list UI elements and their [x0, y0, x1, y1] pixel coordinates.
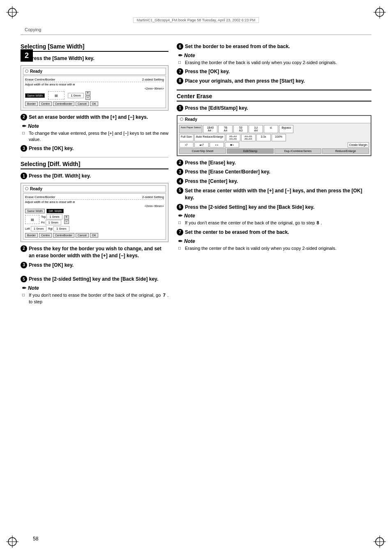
value-display: 1 0mm	[68, 93, 83, 98]
border-btn[interactable]: Border	[25, 102, 38, 106]
ce-note-item-6: If you don't erase the center of the bac…	[178, 220, 371, 226]
diff-width-section: Selecting [Diff. Width] 1 Press the [Dif…	[21, 161, 168, 305]
ls-auto-reduce: Auto Reduce/Enlarge	[194, 134, 225, 141]
same-width-section: Selecting [Same Width] 1 Press the [Same…	[21, 43, 168, 152]
diff-ready-label: Ready	[30, 187, 42, 191]
ready-label: Ready	[30, 69, 42, 74]
ce-step3-text: Press the [Erase Center/Border] key.	[185, 169, 270, 175]
ls-cell-1b40: 1B40A4 :	[203, 125, 217, 133]
ce-step6-text: Press the [2-sided Setting] key and the …	[185, 204, 314, 211]
plus-minus-ctrl: + −	[85, 91, 90, 100]
ls-33x: 3.3x	[256, 134, 271, 141]
ls-icon2: ●▪7	[194, 142, 209, 148]
diff-adjust-text: Adjust width of the area to erase with	[25, 201, 72, 203]
large-ready-icon	[180, 118, 183, 121]
left-column: Selecting [Same Width] 1 Press the [Same…	[21, 43, 168, 307]
screen-body-same: Erase Centre/Border 2-sided Setting Adju…	[23, 76, 166, 108]
range-text: <2mm~99mm>	[25, 87, 164, 90]
diff-left-right-row: Left 1 0mm Rgt 1 0mm	[25, 226, 164, 231]
ls-cell-1u: 1UA4	[249, 125, 263, 133]
diff-same-btn[interactable]: Same Width	[25, 209, 45, 213]
ls-cell-7b: ?BA4	[218, 125, 233, 133]
ce-step5-text: Set the erase center width with the [+] …	[185, 187, 371, 201]
file-path-header: MartiniC1_GBcopy4_FM.book Page 58 Tuesda…	[21, 16, 371, 23]
left-label-text: Left	[25, 227, 30, 230]
ce-step-num-6: 6	[177, 204, 183, 210]
right-step8: 8 Place your originals, and then press t…	[177, 78, 371, 85]
diff-step3-text: Press the [OK] key.	[29, 262, 74, 269]
minus-btn[interactable]: −	[85, 96, 90, 100]
diff-step-num-1: 1	[21, 173, 27, 179]
screen-ready-header: Ready	[23, 68, 166, 75]
ls-row3: ▪7 ●▪7 ▪·▪ ■·▪ Create Margin	[179, 142, 369, 148]
right-step6: 6 Set the border to be erased from of th…	[177, 43, 371, 50]
center-erase-title: Center Erase	[177, 93, 371, 102]
page-container: MartiniC1_GBcopy4_FM.book Page 58 Tuesda…	[0, 0, 392, 554]
ce-step-num-2: 2	[177, 159, 183, 166]
ok-btn[interactable]: OK	[90, 102, 98, 106]
ce-step2-text: Press the [Erase] key.	[185, 159, 236, 166]
ce-step1-text: Press the [Edit/Stamp] key.	[185, 105, 248, 112]
ls-reduce-enlarge: Reduce/Enlarge	[322, 148, 369, 154]
diff-step1-text: Press the [Diff. Width] key.	[29, 173, 91, 180]
corner-mark-tl	[6, 6, 18, 18]
ls-icon3: ▪·▪	[210, 142, 224, 148]
center-erase-hr	[177, 90, 371, 90]
diff-centre-btn[interactable]: Centre	[39, 233, 52, 238]
diff-ok-btn[interactable]: OK	[90, 233, 98, 238]
ce-step-num-7: 7	[177, 229, 183, 235]
subsection-sep-1	[21, 157, 168, 157]
same-width-screen: Ready Erase Centre/Border 2-sided Settin…	[21, 65, 168, 111]
shared-step5-text: Press the [2-sided Setting] key and the …	[29, 276, 158, 283]
ce-step6: 6 Press the [2-sided Setting] key and th…	[177, 204, 371, 211]
diff-cancel-btn[interactable]: Cancel	[76, 233, 89, 238]
ls-cell-bypass: Bypass	[279, 125, 293, 133]
diff-plus-minus: + −	[64, 215, 69, 224]
diff-step-num-3: 3	[21, 262, 27, 268]
same-width-step2: 2 Set an erase border width with the [+]…	[21, 114, 168, 121]
cancel-btn[interactable]: Cancel	[76, 102, 89, 106]
note-item-5: If you don't need to erase the border of…	[22, 292, 168, 305]
ls-row2: Full Size Auto Reduce/Enlarge A5+A4A4+A5…	[179, 134, 369, 141]
ce-step4-text: Press the [Center] key.	[185, 178, 238, 185]
step1-text: Press the [Same Width] key.	[29, 55, 95, 62]
ce-note-label-6: Note	[178, 213, 371, 219]
section-label: Copying	[25, 26, 371, 33]
ls-icons-row: ▪7 ●▪7 ▪·▪ ■·▪	[179, 142, 347, 148]
diff-border-btn[interactable]: Border	[25, 233, 38, 238]
same-width-step1: 1 Press the [Same Width] key.	[21, 55, 168, 62]
ce-step5: 5 Set the erase center width with the [+…	[177, 187, 371, 201]
diff-ready-icon	[25, 187, 28, 190]
ce-step1: 1 Press the [Edit/Stamp] key.	[177, 105, 371, 112]
ls-cell-d: d.	[264, 125, 278, 133]
large-screen-mockup: Ready Auto Paper Select 1B40A4 : ?BA4 53…	[177, 115, 371, 156]
same-width-title: Selecting [Same Width]	[21, 43, 168, 52]
ls-cover-slip: Cover/Slip Sheet	[179, 148, 226, 154]
diff-screen-body: Erase Centre/Border 2-sided Setting Adju…	[23, 193, 166, 240]
ce-step2: 2 Press the [Erase] key.	[177, 159, 371, 166]
right-step7: 7 Press the [OK] key.	[177, 68, 371, 75]
ls-cell-53: 53A3	[233, 125, 248, 133]
right-step7-text: Press the [OK] key.	[185, 68, 230, 75]
erase-label: Erase Centre/Border	[25, 78, 55, 81]
frt-label: Frt	[41, 221, 45, 224]
note-item-1: To change the value entered, press the […	[22, 130, 168, 143]
diff-step-num-2: 2	[21, 245, 27, 252]
diff-centre-border-btn[interactable]: CentreBorder	[53, 233, 74, 238]
note-item-r6: Erasing the border of the back is valid …	[178, 60, 371, 66]
step-num-2: 2	[21, 114, 27, 120]
centre-btn[interactable]: Centre	[39, 102, 52, 106]
diff-plus-btn[interactable]: +	[64, 215, 69, 219]
diff-minus-btn[interactable]: −	[64, 220, 69, 224]
diff-input-area: ▤ Top 1 0mm Frt 1 0mm	[25, 214, 164, 225]
plus-btn[interactable]: +	[85, 91, 90, 95]
right-note6: Note Erasing the border of the back is v…	[177, 53, 371, 66]
corner-mark-br	[374, 536, 386, 548]
top-value: 1 0mm	[46, 214, 62, 219]
diff-bottom-btns: Border Centre CentreBorder Cancel OK	[25, 233, 164, 238]
ls-dup-combine: Dup./Combine/Series	[274, 148, 321, 154]
diff-diff-btn[interactable]: Diff. Width	[46, 209, 64, 213]
page-number: 58	[33, 536, 38, 542]
centre-border-btn[interactable]: CentreBorder	[53, 102, 74, 106]
ls-create-margin: Create Margin	[348, 142, 369, 148]
